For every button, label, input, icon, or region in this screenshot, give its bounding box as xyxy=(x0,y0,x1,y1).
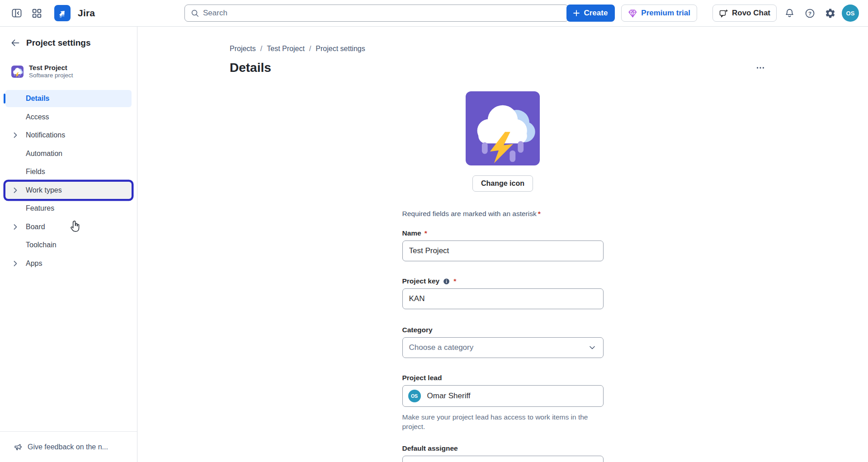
rovo-chat-button[interactable]: Rovo Chat xyxy=(712,5,777,22)
sidebar-item-apps[interactable]: Apps xyxy=(5,255,132,272)
more-icon xyxy=(755,63,765,73)
info-icon[interactable] xyxy=(443,278,450,285)
category-select[interactable]: Choose a category xyxy=(402,337,604,358)
chevron-right-icon xyxy=(10,222,20,232)
required-fields-note: Required fields are marked with an aster… xyxy=(402,210,604,219)
top-navigation-bar: Jira Create Premium trial xyxy=(0,0,868,27)
chat-sparkle-icon xyxy=(719,9,728,18)
search-input[interactable] xyxy=(203,9,563,18)
sidebar-title: Project settings xyxy=(26,38,91,48)
megaphone-icon xyxy=(14,442,24,452)
collapse-sidebar-icon xyxy=(11,7,23,19)
chevron-right-icon xyxy=(10,259,20,269)
give-feedback-link[interactable]: Give feedback on the n... xyxy=(0,431,137,462)
change-icon-button[interactable]: Change icon xyxy=(472,175,533,192)
help-icon: ? xyxy=(804,8,816,19)
app-switcher-icon xyxy=(31,8,42,19)
sidebar-item-fields[interactable]: Fields xyxy=(5,163,132,180)
sidebar-item-toolchain[interactable]: Toolchain xyxy=(5,236,132,254)
jira-logo[interactable] xyxy=(54,5,71,21)
sidebar-item-features[interactable]: Features xyxy=(5,200,132,217)
more-options-button[interactable] xyxy=(752,61,769,75)
sidebar-item-notifications[interactable]: Notifications xyxy=(5,127,132,144)
app-title: Jira xyxy=(78,8,95,19)
project-settings-sidebar: Project settings Test Project Software p… xyxy=(0,27,137,462)
sidebar-project-header: Test Project Software project xyxy=(0,48,137,79)
premium-trial-button[interactable]: Premium trial xyxy=(621,5,697,22)
asterisk: * xyxy=(538,210,541,217)
search-icon xyxy=(190,9,199,18)
main-content: Projects / Test Project / Project settin… xyxy=(137,27,868,462)
settings-button[interactable] xyxy=(822,5,838,21)
breadcrumb: Projects / Test Project / Project settin… xyxy=(230,44,769,53)
chevron-right-icon xyxy=(10,185,20,195)
project-type: Software project xyxy=(29,72,73,79)
gem-icon xyxy=(628,9,637,18)
svg-text:?: ? xyxy=(808,10,811,16)
name-input[interactable] xyxy=(402,240,604,261)
category-placeholder: Choose a category xyxy=(409,343,474,352)
project-name: Test Project xyxy=(29,64,73,72)
name-label: Name* xyxy=(402,229,604,238)
sidebar-item-details[interactable]: Details xyxy=(5,90,132,107)
chevron-right-icon xyxy=(10,130,20,140)
project-icon-large xyxy=(466,91,540,165)
create-button[interactable]: Create xyxy=(566,5,615,22)
page-title: Details xyxy=(230,61,271,75)
breadcrumb-project-settings[interactable]: Project settings xyxy=(316,45,365,53)
notifications-button[interactable] xyxy=(782,5,797,21)
collapse-sidebar-button[interactable] xyxy=(9,5,24,21)
chevron-down-icon xyxy=(588,343,597,352)
breadcrumb-test-project[interactable]: Test Project xyxy=(267,45,305,53)
back-arrow-icon[interactable] xyxy=(10,38,21,48)
category-label: Category xyxy=(402,325,604,335)
project-lead-picker[interactable]: OS Omar Sheriff xyxy=(402,385,604,407)
project-lead-label: Project lead xyxy=(402,373,604,382)
sidebar-item-access[interactable]: Access xyxy=(5,108,132,126)
sidebar-item-automation[interactable]: Automation xyxy=(5,145,132,162)
sidebar-item-board[interactable]: Board xyxy=(5,218,132,236)
project-lead-name: Omar Sheriff xyxy=(427,391,471,401)
plus-icon xyxy=(572,9,581,18)
gear-icon xyxy=(825,8,836,19)
app-switcher-button[interactable] xyxy=(29,5,44,21)
default-assignee-input[interactable] xyxy=(402,456,604,462)
project-icon-small xyxy=(11,66,24,78)
project-key-input[interactable] xyxy=(402,288,604,309)
search-bar[interactable] xyxy=(184,5,569,22)
breadcrumb-projects[interactable]: Projects xyxy=(230,45,256,53)
user-avatar[interactable]: OS xyxy=(842,5,859,22)
bell-icon xyxy=(784,8,795,19)
jira-logo-icon xyxy=(57,8,68,19)
sidebar-item-work-types[interactable]: Work types xyxy=(5,182,132,199)
default-assignee-label: Default assignee xyxy=(402,444,604,453)
storm-cloud-icon xyxy=(466,91,540,165)
project-lead-help: Make sure your project lead has access t… xyxy=(402,412,604,431)
project-lead-avatar: OS xyxy=(408,390,421,402)
help-button[interactable]: ? xyxy=(802,5,817,21)
project-key-label: Project key * xyxy=(402,277,604,286)
